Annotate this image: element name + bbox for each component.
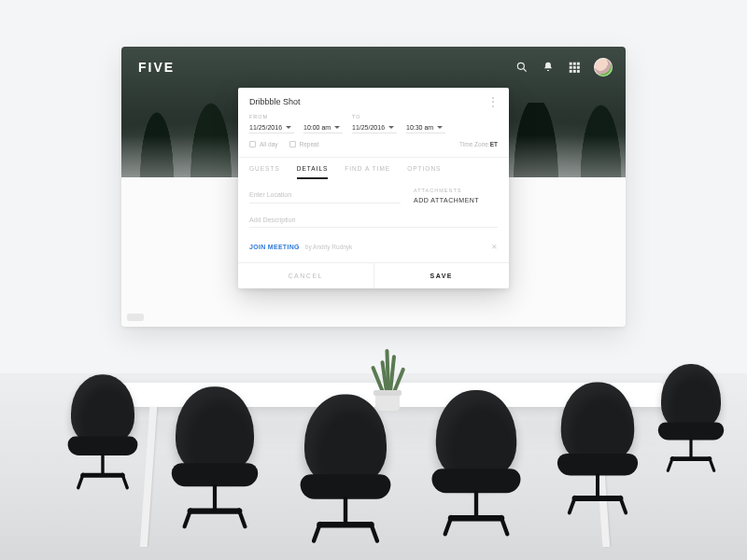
attachments-label: ATTACHMENTS	[414, 188, 498, 193]
to-time-select[interactable]: 10:30 am	[406, 122, 445, 133]
chair	[166, 386, 264, 534]
to-date-field: TO 11/25/2016	[352, 114, 397, 133]
close-icon[interactable]: ✕	[491, 243, 498, 251]
chevron-down-icon	[388, 126, 394, 129]
monitor: FIVE Dribbble Sho	[121, 47, 626, 327]
chair	[552, 383, 643, 520]
join-meeting-link[interactable]: JOIN MEETING	[249, 244, 300, 250]
cancel-button[interactable]: CANCEL	[238, 263, 374, 288]
chevron-down-icon	[437, 126, 443, 129]
grid-icon[interactable]	[568, 61, 581, 74]
tab-options[interactable]: OPTIONS	[407, 158, 441, 178]
save-button[interactable]: SAVE	[374, 263, 510, 288]
svg-rect-9	[573, 70, 576, 73]
from-date-select[interactable]: 11/25/2016	[249, 122, 294, 133]
from-date-value: 11/25/2016	[249, 124, 282, 131]
description-input[interactable]: Add Description	[249, 213, 498, 228]
repeat-checkbox[interactable]: Repeat	[289, 141, 319, 147]
join-meeting-row: JOIN MEETING by Andriy Rudnyk ✕	[249, 237, 498, 262]
attachments-block: ATTACHMENTS ADD ATTACHMENT	[414, 188, 498, 203]
modal-tabs: GUESTS DETAILS FIND A TIME OPTIONS	[238, 157, 509, 178]
datetime-row: FROM 11/25/2016 10:00 am	[238, 114, 509, 133]
brand-logo: FIVE	[138, 60, 175, 75]
avatar[interactable]	[594, 58, 613, 77]
svg-rect-3	[573, 63, 576, 65]
options-row: All day Repeat Time Zone ET	[238, 133, 509, 157]
to-date-value: 11/25/2016	[352, 124, 385, 131]
timezone-value: ET	[490, 141, 498, 147]
app-screen: FIVE Dribbble Sho	[121, 47, 626, 327]
checkbox-icon	[289, 141, 296, 147]
checkbox-icon	[249, 141, 256, 147]
svg-rect-2	[570, 63, 572, 65]
repeat-label: Repeat	[300, 141, 319, 147]
chair	[63, 374, 143, 494]
add-attachment-link[interactable]: ADD ATTACHMENT	[414, 197, 498, 203]
svg-rect-10	[577, 70, 580, 73]
bell-icon[interactable]	[542, 61, 555, 74]
event-modal: Dribbble Shot ⋮ FROM 11/25/2016	[238, 88, 509, 288]
from-label: FROM	[249, 114, 294, 119]
chair	[294, 395, 397, 549]
tab-find-a-time[interactable]: FIND A TIME	[345, 158, 390, 178]
modal-title: Dribbble Shot	[249, 97, 301, 106]
chair	[426, 390, 527, 541]
all-day-label: All day	[260, 141, 278, 147]
from-time-field: 10:00 am	[303, 114, 343, 133]
more-icon[interactable]: ⋮	[487, 99, 498, 105]
search-icon[interactable]	[515, 61, 529, 74]
tab-details[interactable]: DETAILS	[297, 158, 329, 178]
to-date-select[interactable]: 11/25/2016	[352, 122, 397, 133]
to-time-value: 10:30 am	[406, 124, 433, 131]
svg-line-1	[524, 69, 527, 72]
svg-rect-7	[577, 66, 580, 69]
header-actions	[515, 58, 613, 77]
from-time-select[interactable]: 10:00 am	[303, 122, 343, 133]
svg-rect-4	[577, 63, 580, 65]
modal-body: Enter Location ATTACHMENTS ADD ATTACHMEN…	[238, 178, 509, 262]
from-date-field: FROM 11/25/2016	[249, 114, 294, 133]
room-backdrop: FIVE Dribbble Sho	[0, 0, 747, 560]
svg-rect-5	[570, 66, 572, 69]
chair	[654, 364, 728, 476]
svg-rect-6	[573, 66, 576, 69]
from-time-value: 10:00 am	[303, 124, 331, 131]
timezone-label: Time Zone	[459, 141, 488, 147]
join-meeting-author: by Andriy Rudnyk	[305, 244, 353, 250]
to-time-field: 10:30 am	[406, 114, 445, 133]
svg-point-0	[517, 63, 524, 69]
tab-guests[interactable]: GUESTS	[249, 158, 280, 178]
to-label: TO	[352, 114, 397, 119]
all-day-checkbox[interactable]: All day	[249, 141, 278, 147]
location-input[interactable]: Enter Location	[249, 188, 401, 203]
svg-rect-8	[570, 70, 572, 73]
chevron-down-icon	[286, 126, 291, 129]
modal-actions: CANCEL SAVE	[238, 262, 509, 288]
chevron-down-icon	[334, 126, 340, 129]
timezone[interactable]: Time Zone ET	[459, 141, 498, 147]
